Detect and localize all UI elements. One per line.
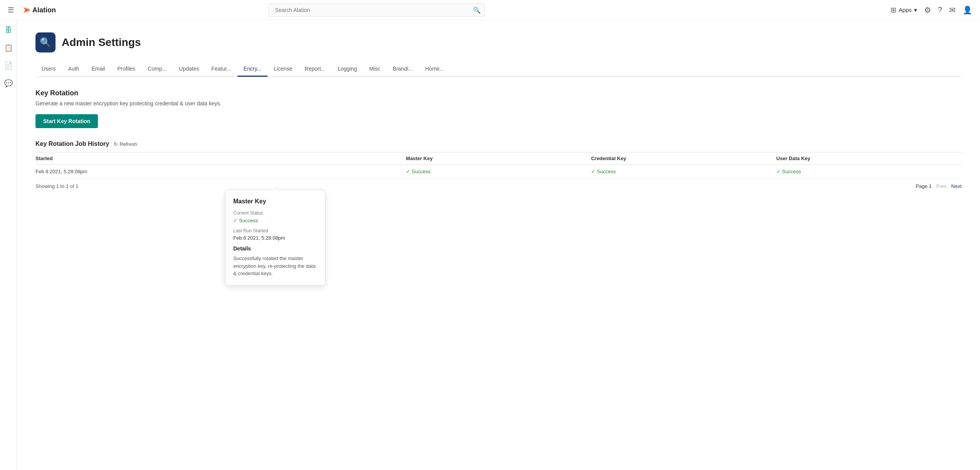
col-user-data-key: User Data Key xyxy=(776,156,961,161)
tab-logging[interactable]: Logging xyxy=(332,62,363,77)
help-icon[interactable]: ? xyxy=(938,5,942,14)
user-avatar-icon[interactable]: 👤 xyxy=(963,5,972,15)
check-icon-2: ✓ xyxy=(591,169,595,174)
col-credential-key: Credential Key xyxy=(591,156,776,161)
tab-branding[interactable]: Brandi... xyxy=(387,62,419,77)
search-icon: 🔍 xyxy=(473,6,481,14)
nav-right: ⊞ Apps ▾ ⚙ ? ✉ 👤 xyxy=(891,5,972,15)
master-key-tooltip: Master Key Current Status ✓ Success Last… xyxy=(225,190,325,286)
tab-comp[interactable]: Comp... xyxy=(141,62,173,77)
main-content: 🔍 Admin Settings Users Auth Email Profil… xyxy=(17,20,980,470)
page-number: Page 1 xyxy=(916,183,931,189)
apps-grid-icon: ⊞ xyxy=(891,6,896,14)
master-key-success-badge[interactable]: ✓ Success xyxy=(406,169,431,174)
sidebar: 🗄 📋 📄 💬 xyxy=(0,20,17,470)
apps-button[interactable]: ⊞ Apps ▾ xyxy=(891,6,917,14)
settings-gear-icon[interactable]: ⚙ xyxy=(924,5,931,15)
job-history-header: Key Rotation Job History ↻ Refresh xyxy=(35,140,961,147)
svg-text:Alation: Alation xyxy=(32,6,56,14)
showing-text: Showing 1 to 1 of 1 xyxy=(35,183,78,189)
job-history-title: Key Rotation Job History xyxy=(35,140,109,147)
apps-chevron-icon: ▾ xyxy=(914,7,917,14)
check-icon-3: ✓ xyxy=(776,169,781,174)
tooltip-status-text: Success xyxy=(239,218,258,223)
check-icon: ✓ xyxy=(406,169,410,174)
tab-reports[interactable]: Report... xyxy=(298,62,332,77)
tab-email[interactable]: Email xyxy=(85,62,111,77)
search-bar: 🔍 xyxy=(269,3,485,17)
tooltip-details-text: Successfully rotated the master encrypti… xyxy=(233,255,317,277)
sidebar-table-icon[interactable]: 📋 xyxy=(4,44,13,52)
refresh-icon: ↻ xyxy=(114,141,118,147)
credential-key-status: Success xyxy=(597,169,616,174)
sidebar-chat-icon[interactable]: 💬 xyxy=(4,79,13,88)
col-started: Started xyxy=(35,156,406,161)
sidebar-document-icon[interactable]: 📄 xyxy=(4,61,13,70)
prev-button[interactable]: Prev xyxy=(936,183,947,189)
tabs: Users Auth Email Profiles Comp... Update… xyxy=(35,62,961,77)
search-input[interactable] xyxy=(269,3,485,17)
tooltip-current-status-value: ✓ Success xyxy=(233,218,258,223)
start-key-rotation-button[interactable]: Start Key Rotation xyxy=(35,114,98,128)
tab-auth[interactable]: Auth xyxy=(62,62,86,77)
tab-license[interactable]: License xyxy=(268,62,298,77)
cell-credential-key: ✓ Success xyxy=(591,169,776,174)
tooltip-last-run-value: Feb 8 2021, 5:28:08pm xyxy=(233,235,317,241)
key-rotation-title: Key Rotation xyxy=(35,89,961,97)
hamburger-icon[interactable]: ☰ xyxy=(8,6,14,14)
next-button[interactable]: Next xyxy=(951,183,961,189)
topnav: ☰ Alation 🔍 ⊞ Apps ▾ ⚙ ? ✉ 👤 xyxy=(0,0,980,20)
user-data-key-success-badge[interactable]: ✓ Success xyxy=(776,169,801,174)
messages-icon[interactable]: ✉ xyxy=(949,5,956,15)
cell-master-key: ✓ Success xyxy=(406,169,591,174)
logo[interactable]: Alation xyxy=(20,4,62,16)
page-icon: 🔍 xyxy=(35,32,56,52)
table-header: Started Master Key Credential Key User D… xyxy=(35,152,961,165)
master-key-status: Success xyxy=(412,169,431,174)
tab-profiles[interactable]: Profiles xyxy=(111,62,141,77)
tab-home[interactable]: Home... xyxy=(419,62,450,77)
col-master-key: Master Key xyxy=(406,156,591,161)
apps-label: Apps xyxy=(899,7,912,13)
tooltip-current-status-label: Current Status xyxy=(233,210,317,216)
table-row: Feb 8 2021, 5:28:08pm ✓ Success ✓ Succes… xyxy=(35,165,961,179)
refresh-button[interactable]: ↻ Refresh xyxy=(114,141,137,147)
user-data-key-status: Success xyxy=(782,169,801,174)
refresh-label: Refresh xyxy=(120,141,137,147)
key-rotation-desc: Generate a new master encryption key pro… xyxy=(35,100,961,107)
tab-updates[interactable]: Updates xyxy=(173,62,205,77)
cell-user-data-key: ✓ Success xyxy=(776,169,961,174)
cell-started: Feb 8 2021, 5:28:08pm xyxy=(35,169,406,174)
pagination-controls: Page 1 Prev Next xyxy=(916,183,961,189)
tooltip-title: Master Key xyxy=(233,198,317,205)
sidebar-database-icon[interactable]: 🗄 xyxy=(5,26,12,34)
page-title: Admin Settings xyxy=(62,36,141,49)
tooltip-details-label: Details xyxy=(233,245,317,252)
pagination: Showing 1 to 1 of 1 Page 1 Prev Next xyxy=(35,183,961,189)
tab-encryption[interactable]: Encry... xyxy=(237,62,268,77)
credential-key-success-badge[interactable]: ✓ Success xyxy=(591,169,616,174)
tooltip-check-icon: ✓ xyxy=(233,218,237,223)
tooltip-last-run-label: Last Run Started xyxy=(233,228,317,233)
tab-users[interactable]: Users xyxy=(35,62,62,77)
tab-misc[interactable]: Misc xyxy=(363,62,387,77)
page-header: 🔍 Admin Settings xyxy=(35,32,961,52)
layout: 🗄 📋 📄 💬 🔍 Admin Settings Users Auth Emai… xyxy=(0,20,980,470)
tab-features[interactable]: Featur... xyxy=(205,62,237,77)
job-history-table: Started Master Key Credential Key User D… xyxy=(35,152,961,179)
